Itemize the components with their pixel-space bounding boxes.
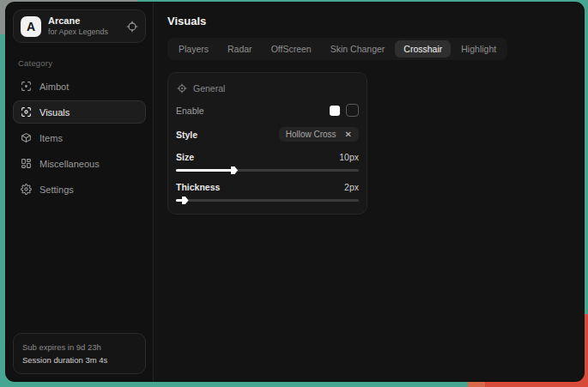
sidebar: A Arcane for Apex Legends Category Aimbo… [6,3,154,381]
category-label: Category [18,58,141,68]
sidebar-nav: Aimbot Visuals Items Miscellaneous [13,75,146,201]
enable-controls [330,104,359,117]
sidebar-item-visuals[interactable]: Visuals [13,100,146,124]
sub-expiry-text: Sub expires in 9d 23h [22,341,136,354]
size-setting: Size 10px [176,152,359,172]
app-subtitle: for Apex Legends [48,27,119,37]
enable-row: Enable [176,104,359,117]
style-selected-value: Hollow Cross [286,130,336,139]
style-select[interactable]: Hollow Cross ✕ [279,127,359,142]
enable-label: Enable [176,106,204,116]
tab-highlight[interactable]: Highlight [452,40,505,57]
grid-icon [21,158,32,169]
close-icon[interactable]: ✕ [345,130,352,139]
visuals-tabbar: Players Radar OffScreen Skin Changer Cro… [167,38,507,60]
viewfinder-icon [21,81,32,92]
style-row: Style Hollow Cross ✕ [176,127,359,142]
sidebar-item-label: Miscellaneous [39,159,100,169]
panel-title: General [193,83,225,94]
general-panel: General Enable Style Hollow Cross ✕ Size [167,72,367,215]
thickness-value: 2px [344,182,359,192]
size-slider-fill [176,169,233,172]
app-window: A Arcane for Apex Legends Category Aimbo… [6,3,584,381]
app-titles: Arcane for Apex Legends [48,15,119,37]
style-label: Style [176,130,197,140]
page-title: Visuals [167,15,570,27]
scan-eye-icon [21,106,32,118]
thickness-slider-thumb[interactable] [182,197,189,204]
tab-offscreen[interactable]: OffScreen [263,40,320,57]
sidebar-item-settings[interactable]: Settings [13,178,146,201]
main-content: Visuals Players Radar OffScreen Skin Cha… [154,3,584,381]
tab-radar[interactable]: Radar [219,40,261,57]
package-icon [21,132,32,143]
size-row: Size 10px [176,152,359,162]
tab-skin-changer[interactable]: Skin Changer [322,40,394,57]
tab-players[interactable]: Players [170,40,217,57]
sidebar-item-miscellaneous[interactable]: Miscellaneous [13,152,146,175]
crosshair-icon[interactable] [126,21,138,33]
size-value: 10px [339,152,359,162]
app-header-card: A Arcane for Apex Legends [13,9,146,43]
gear-icon [21,184,32,195]
sidebar-item-items[interactable]: Items [13,126,146,149]
enable-keybind-button[interactable] [346,104,359,117]
thickness-setting: Thickness 2px [176,182,359,202]
sidebar-item-label: Aimbot [39,82,69,92]
app-logo: A [21,16,41,37]
thickness-row: Thickness 2px [176,182,359,192]
crosshair-icon [177,83,187,94]
session-duration-text: Session duration 3m 4s [22,354,136,366]
thickness-slider[interactable] [176,199,359,202]
subscription-info-card: Sub expires in 9d 23h Session duration 3… [13,333,146,374]
tab-crosshair[interactable]: Crosshair [395,40,451,57]
panel-header: General [177,83,358,94]
sidebar-item-label: Items [39,133,63,143]
sidebar-item-aimbot[interactable]: Aimbot [13,75,146,98]
app-name: Arcane [48,15,119,27]
sidebar-item-label: Visuals [39,107,70,118]
size-slider-thumb[interactable] [231,166,238,174]
enable-checkbox[interactable] [330,106,340,116]
sidebar-item-label: Settings [39,184,74,195]
thickness-label: Thickness [176,182,220,192]
size-label: Size [176,152,194,162]
size-slider[interactable] [176,169,359,172]
